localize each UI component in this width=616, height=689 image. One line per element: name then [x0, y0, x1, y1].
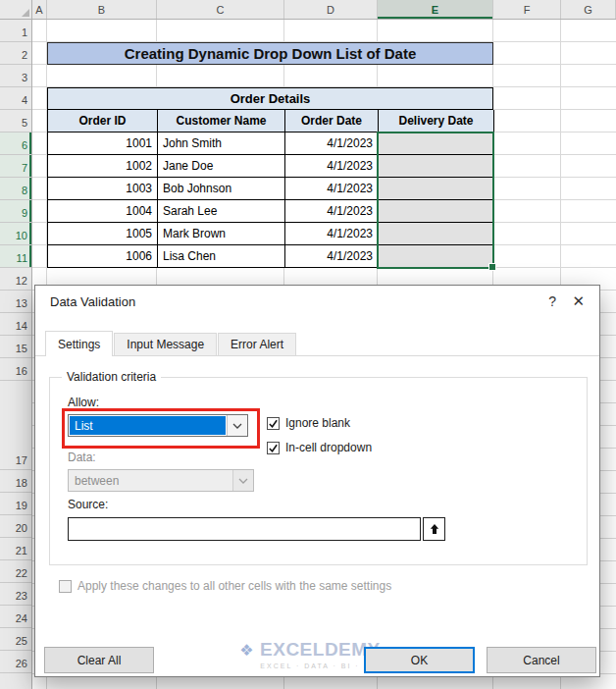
row-header-15[interactable]: 15: [0, 336, 31, 358]
row-header-21[interactable]: 21: [0, 538, 31, 560]
table-cell[interactable]: 1002: [48, 155, 158, 178]
checkbox-label: Apply these changes to all other cells w…: [77, 579, 391, 593]
clear-all-button[interactable]: Clear All: [44, 647, 154, 673]
excel-window: ABCDEFG 12345678910111213141516171819202…: [0, 0, 616, 689]
table-header-order-date: Order Date: [285, 110, 379, 132]
collapse-dialog-button[interactable]: [423, 517, 445, 541]
table-cell[interactable]: [379, 155, 494, 178]
ignore-blank-checkbox[interactable]: Ignore blank: [267, 416, 350, 430]
source-label: Source:: [68, 498, 108, 511]
table-header-delivery-date: Delivery Date: [379, 110, 494, 132]
table-grid: Order IDCustomer NameOrder DateDelivery …: [47, 110, 494, 268]
table-cell[interactable]: 1001: [48, 132, 158, 155]
chevron-down-icon: [232, 470, 253, 491]
checkbox-label: In-cell dropdown: [285, 441, 372, 454]
table-cell[interactable]: 1003: [48, 178, 158, 200]
data-dropdown: between: [68, 469, 254, 492]
row-header-6[interactable]: 6: [0, 132, 31, 155]
table-cell[interactable]: 1005: [48, 223, 158, 245]
row-header-18[interactable]: 18: [0, 470, 31, 493]
column-header-D[interactable]: D: [284, 0, 378, 19]
row-header-7[interactable]: 7: [0, 155, 31, 178]
row-header-4[interactable]: 4: [0, 87, 31, 110]
row-header-1[interactable]: 1: [0, 20, 31, 42]
table-cell[interactable]: Bob Johnson: [158, 178, 285, 200]
close-icon[interactable]: ✕: [572, 292, 585, 310]
tab-error-alert[interactable]: Error Alert: [218, 333, 296, 356]
table-cell[interactable]: [379, 223, 494, 245]
in-cell-dropdown-checkbox[interactable]: In-cell dropdown: [267, 441, 372, 454]
row-header-14[interactable]: 14: [0, 313, 31, 336]
exceldemy-name: EXCELDEMY: [260, 639, 381, 661]
column-header-E[interactable]: E: [378, 0, 493, 19]
column-header-B[interactable]: B: [47, 0, 157, 19]
row-header-13[interactable]: 13: [0, 291, 31, 313]
table-cell[interactable]: 4/1/2023: [285, 178, 379, 200]
table-cell[interactable]: 1004: [48, 200, 158, 223]
help-icon[interactable]: ?: [548, 293, 556, 309]
column-header-C[interactable]: C: [157, 0, 284, 19]
tab-strip: Settings Input Message Error Alert: [45, 331, 297, 356]
table-cell[interactable]: [379, 245, 494, 268]
select-all-corner[interactable]: [0, 0, 32, 19]
table-header-order-id: Order ID: [48, 110, 158, 132]
table-cell[interactable]: 4/1/2023: [285, 245, 379, 268]
row-header-11[interactable]: 11: [0, 245, 31, 268]
row-header-2[interactable]: 2: [0, 42, 31, 65]
chevron-down-icon[interactable]: [227, 415, 247, 436]
table-cell[interactable]: 4/1/2023: [285, 223, 379, 245]
checkbox-box: [59, 580, 72, 593]
row-header-22[interactable]: 22: [0, 560, 31, 583]
data-label: Data:: [68, 450, 96, 464]
row-header-17[interactable]: 17: [0, 381, 31, 470]
allow-dropdown[interactable]: List: [68, 414, 248, 437]
checkbox-box[interactable]: [267, 417, 280, 430]
row-header-26[interactable]: 26: [0, 651, 31, 673]
table-cell[interactable]: 4/1/2023: [285, 155, 379, 178]
ok-button[interactable]: OK: [364, 647, 475, 673]
source-input[interactable]: [68, 517, 421, 541]
table-cell[interactable]: [379, 132, 494, 155]
row-header-8[interactable]: 8: [0, 178, 31, 200]
table-title-cell: Order Details: [47, 87, 493, 110]
row-header-10[interactable]: 10: [0, 223, 31, 245]
order-details-table: Order Details Order IDCustomer NameOrder…: [47, 87, 494, 268]
row-header-19[interactable]: 19: [0, 493, 31, 515]
row-header-20[interactable]: 20: [0, 515, 31, 538]
row-header-12[interactable]: 12: [0, 268, 31, 291]
table-cell[interactable]: [379, 200, 494, 223]
row-header-16[interactable]: 16: [0, 358, 31, 381]
data-dropdown-value: between: [70, 471, 231, 490]
row-header-5[interactable]: 5: [0, 110, 31, 132]
column-headers: ABCDEFG: [0, 0, 616, 20]
row-header-24[interactable]: 24: [0, 606, 31, 628]
table-cell[interactable]: John Smith: [158, 132, 285, 155]
table-cell[interactable]: 4/1/2023: [285, 132, 379, 155]
check-icon: [268, 443, 279, 453]
table-cell[interactable]: Mark Brown: [158, 223, 285, 245]
validation-criteria-label: Validation criteria: [62, 370, 161, 384]
apply-changes-checkbox: Apply these changes to all other cells w…: [59, 579, 391, 593]
row-header-9[interactable]: 9: [0, 200, 31, 223]
tab-input-message[interactable]: Input Message: [114, 333, 217, 356]
table-header-customer-name: Customer Name: [158, 110, 285, 132]
table-cell[interactable]: Jane Doe: [158, 155, 285, 178]
column-header-G[interactable]: G: [561, 0, 616, 19]
row-header-3[interactable]: 3: [0, 65, 31, 87]
allow-dropdown-value: List: [70, 416, 226, 435]
column-header-A[interactable]: A: [32, 0, 47, 19]
row-header-23[interactable]: 23: [0, 583, 31, 606]
table-cell[interactable]: Lisa Chen: [158, 245, 285, 268]
check-icon: [268, 418, 279, 429]
row-header-25[interactable]: 25: [0, 628, 31, 651]
tab-settings[interactable]: Settings: [45, 331, 113, 356]
table-cell[interactable]: [379, 178, 494, 200]
column-header-F[interactable]: F: [493, 0, 561, 19]
table-cell[interactable]: 1006: [48, 245, 158, 268]
checkbox-box[interactable]: [267, 442, 280, 454]
table-cell[interactable]: 4/1/2023: [285, 200, 379, 223]
allow-label: Allow:: [68, 396, 99, 409]
up-arrow-icon: [429, 523, 440, 535]
table-cell[interactable]: Sarah Lee: [158, 200, 285, 223]
cancel-button[interactable]: Cancel: [487, 647, 596, 673]
